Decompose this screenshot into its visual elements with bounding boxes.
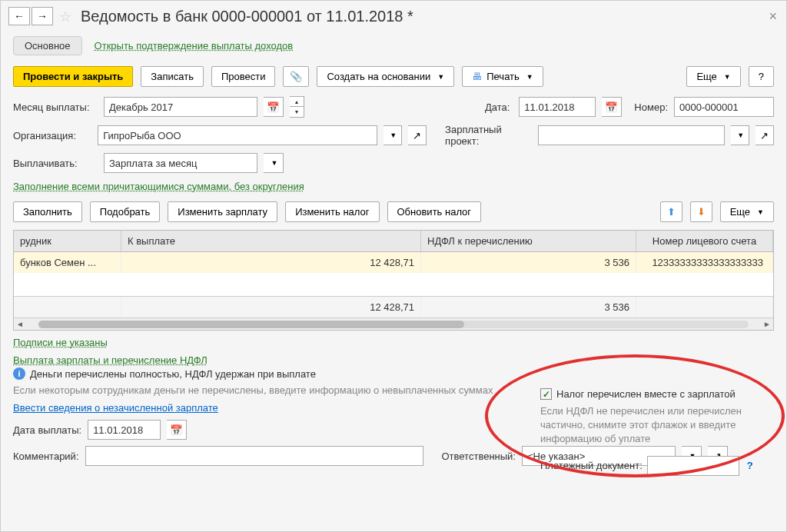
chevron-down-icon: ▼ [290,107,304,117]
favorite-icon[interactable]: ☆ [59,8,75,24]
window-title: Ведомость в банк 0000-000001 от 11.01.20… [81,8,413,25]
info-icon: i [13,367,25,380]
chevron-down-icon: ▼ [737,131,744,139]
signatures-link[interactable]: Подписи не указаны [13,337,108,348]
chevron-down-icon: ▼ [526,73,533,81]
org-label: Организация: [13,130,91,141]
move-down-button[interactable]: ⬇ [690,201,712,222]
arrow-up-icon: ⬆ [667,206,676,218]
chevron-down-icon: ▼ [390,131,397,139]
pay-doc-input[interactable] [647,456,739,476]
number-label: Номер: [634,101,668,113]
project-open-button[interactable]: ↗ [755,125,774,145]
comment-input[interactable] [85,446,423,466]
fill-settings-link[interactable]: Заполнение всеми причитающимися суммами,… [13,181,304,192]
payments-table: рудник К выплате НДФЛ к перечислению Ном… [13,230,774,331]
org-input[interactable]: ГипроРыба ООО [98,125,377,145]
help-button[interactable]: ? [749,66,774,87]
comment-label: Комментарий: [13,451,79,462]
horizontal-scrollbar[interactable]: ◄ ► [14,318,773,330]
pay-input[interactable]: Зарплата за месяц [104,153,257,173]
cell-to-pay: 12 428,71 [121,252,421,273]
open-icon: ↗ [413,130,421,141]
project-dropdown-button[interactable]: ▼ [731,125,749,145]
money-transferred-text: Деньги перечислены полностью, НДФЛ удерж… [30,368,316,380]
tab-main[interactable]: Основное [13,36,82,55]
pay-doc-help[interactable]: ? [747,460,753,471]
pay-dropdown-button[interactable]: ▼ [264,153,284,173]
date-label: Дата: [485,101,510,113]
edit-salary-button[interactable]: Изменить зарплату [168,201,277,222]
submit-close-button[interactable]: Провести и закрыть [13,66,133,87]
month-spinner[interactable]: ▲▼ [290,96,304,118]
cell-account: 12333333333333333333 [636,252,773,273]
printer-icon: 🖶 [472,71,482,82]
tax-paid-label: Налог перечислен вместе с зарплатой [556,388,736,400]
paperclip-icon: 📎 [290,71,302,82]
pay-date-input[interactable]: 11.01.2018 [88,420,161,440]
chevron-down-icon: ▼ [271,159,278,167]
chevron-down-icon: ▼ [757,208,764,216]
chevron-down-icon: ▼ [437,73,444,81]
open-confirmation-link[interactable]: Открыть подтверждение выплаты доходов [95,40,294,52]
chevron-up-icon: ▲ [290,97,304,107]
org-dropdown-button[interactable]: ▼ [384,125,402,145]
scroll-left-icon[interactable]: ◄ [14,320,26,328]
calendar-icon: 📅 [170,424,183,436]
calendar-icon: 📅 [267,101,280,113]
attach-button[interactable]: 📎 [283,66,309,87]
project-input[interactable] [538,125,725,145]
org-open-button[interactable]: ↗ [408,125,427,145]
move-up-button[interactable]: ⬆ [660,201,682,222]
chevron-down-icon: ▼ [724,73,731,81]
enter-unpaid-link[interactable]: Ввести сведения о незачисленной зарплате [13,402,218,414]
more-button[interactable]: Еще▼ [686,66,740,87]
select-button[interactable]: Подобрать [90,201,160,222]
back-button[interactable]: ← [8,7,30,25]
print-button[interactable]: 🖶Печать▼ [462,66,543,87]
calendar-button[interactable]: 📅 [264,97,284,117]
cell-employee: бунков Семен ... [14,252,121,273]
total-to-pay: 12 428,71 [121,297,421,318]
table-more-button[interactable]: Еще▼ [720,201,774,222]
number-input[interactable]: 0000-000001 [674,97,774,117]
total-ndfl: 3 536 [421,297,636,318]
table-row[interactable]: бунков Семен ... 12 428,71 3 536 1233333… [14,252,773,273]
update-tax-button[interactable]: Обновить налог [387,201,482,222]
edit-tax-button[interactable]: Изменить налог [285,201,379,222]
forward-button[interactable]: → [32,7,53,25]
col-employee[interactable]: рудник [14,231,121,251]
cell-ndfl: 3 536 [421,252,636,273]
col-to-pay[interactable]: К выплате [121,231,421,251]
fill-button[interactable]: Заполнить [13,201,82,222]
close-icon[interactable]: × [769,8,777,25]
col-account[interactable]: Номер лицевого счета [636,231,773,251]
date-input[interactable]: 11.01.2018 [519,97,596,117]
month-label: Месяц выплаты: [13,101,98,113]
month-input[interactable]: Декабрь 2017 [104,97,257,117]
project-label: Зарплатный проект: [445,124,532,147]
scroll-right-icon[interactable]: ► [761,320,773,328]
post-button[interactable]: Провести [211,66,276,87]
responsible-label: Ответственный: [442,451,516,462]
open-icon: ↗ [760,130,769,141]
col-ndfl[interactable]: НДФЛ к перечислению [421,231,636,251]
payment-ndfl-link[interactable]: Выплата зарплаты и перечисление НДФЛ [13,354,208,366]
pay-date-calendar-button[interactable]: 📅 [167,420,187,440]
pay-doc-label: Платежный документ: [540,460,643,471]
pay-label: Выплачивать: [13,158,98,169]
save-button[interactable]: Записать [141,66,204,87]
tax-paid-checkbox[interactable]: ✓ [540,388,552,400]
arrow-down-icon: ⬇ [697,206,706,218]
calendar-icon: 📅 [605,101,618,113]
create-based-button[interactable]: Создать на основании▼ [317,66,454,87]
pay-date-label: Дата выплаты: [13,424,81,436]
date-calendar-button[interactable]: 📅 [602,97,622,117]
